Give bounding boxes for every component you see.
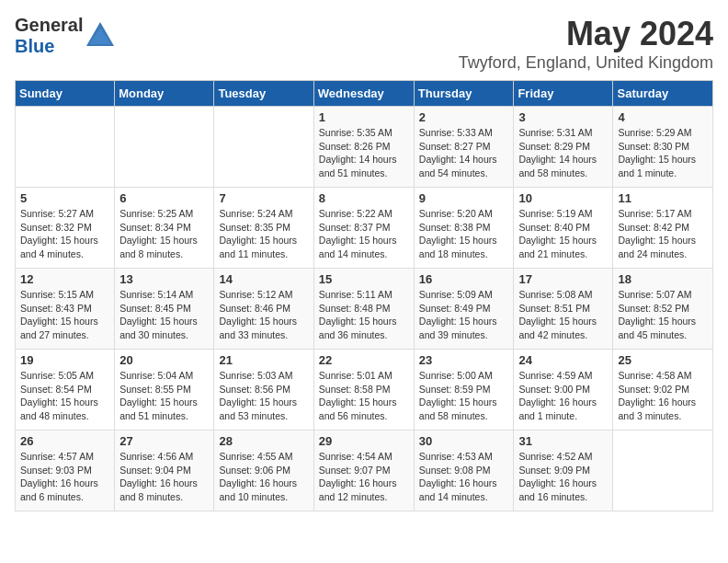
day-number: 25 [618,353,708,367]
calendar-cell: 29Sunrise: 4:54 AM Sunset: 9:07 PM Dayli… [313,431,414,511]
day-number: 14 [219,272,308,286]
day-info: Sunrise: 4:59 AM Sunset: 9:00 PM Dayligh… [518,369,608,423]
calendar-week-1: 1Sunrise: 5:35 AM Sunset: 8:26 PM Daylig… [16,107,713,188]
day-number: 26 [20,434,109,448]
page-header: General Blue May 2024 Twyford, England, … [15,15,713,73]
day-info: Sunrise: 5:04 AM Sunset: 8:55 PM Dayligh… [119,369,209,423]
calendar-cell: 9Sunrise: 5:20 AM Sunset: 8:38 PM Daylig… [414,188,514,269]
day-number: 30 [419,434,509,448]
calendar-cell: 21Sunrise: 5:03 AM Sunset: 8:56 PM Dayli… [214,350,313,431]
logo-icon [85,20,116,52]
day-number: 10 [518,191,608,205]
calendar-cell: 20Sunrise: 5:04 AM Sunset: 8:55 PM Dayli… [115,350,214,431]
calendar-cell: 13Sunrise: 5:14 AM Sunset: 8:45 PM Dayli… [115,269,214,350]
logo: General Blue [15,15,116,57]
day-info: Sunrise: 4:55 AM Sunset: 9:06 PM Dayligh… [219,450,308,504]
calendar-cell: 23Sunrise: 5:00 AM Sunset: 8:59 PM Dayli… [414,350,514,431]
calendar-cell: 22Sunrise: 5:01 AM Sunset: 8:58 PM Dayli… [313,350,414,431]
day-number: 1 [319,110,409,124]
day-number: 2 [419,110,509,124]
weekday-header-sunday: Sunday [16,81,115,107]
calendar-week-4: 19Sunrise: 5:05 AM Sunset: 8:54 PM Dayli… [16,350,713,431]
calendar-week-2: 5Sunrise: 5:27 AM Sunset: 8:32 PM Daylig… [16,188,713,269]
calendar-table: SundayMondayTuesdayWednesdayThursdayFrid… [15,80,713,511]
day-number: 15 [319,272,409,286]
day-number: 18 [618,272,708,286]
day-info: Sunrise: 4:52 AM Sunset: 9:09 PM Dayligh… [518,450,608,504]
calendar-cell: 11Sunrise: 5:17 AM Sunset: 8:42 PM Dayli… [613,188,713,269]
day-number: 20 [119,353,209,367]
day-info: Sunrise: 5:08 AM Sunset: 8:51 PM Dayligh… [518,288,608,342]
day-number: 31 [518,434,608,448]
day-number: 24 [518,353,608,367]
day-number: 7 [219,191,308,205]
calendar-week-3: 12Sunrise: 5:15 AM Sunset: 8:43 PM Dayli… [16,269,713,350]
calendar-cell: 27Sunrise: 4:56 AM Sunset: 9:04 PM Dayli… [115,431,214,511]
weekday-header-tuesday: Tuesday [214,81,313,107]
calendar-cell: 4Sunrise: 5:29 AM Sunset: 8:30 PM Daylig… [613,107,713,188]
day-number: 28 [219,434,308,448]
day-info: Sunrise: 5:20 AM Sunset: 8:38 PM Dayligh… [419,207,509,261]
day-number: 5 [20,191,109,205]
day-number: 16 [419,272,509,286]
day-info: Sunrise: 5:17 AM Sunset: 8:42 PM Dayligh… [618,207,708,261]
day-info: Sunrise: 5:00 AM Sunset: 8:59 PM Dayligh… [419,369,509,423]
calendar-cell: 3Sunrise: 5:31 AM Sunset: 8:29 PM Daylig… [514,107,613,188]
calendar-cell: 19Sunrise: 5:05 AM Sunset: 8:54 PM Dayli… [16,350,115,431]
day-info: Sunrise: 5:07 AM Sunset: 8:52 PM Dayligh… [618,288,708,342]
day-info: Sunrise: 5:14 AM Sunset: 8:45 PM Dayligh… [119,288,209,342]
calendar-cell [214,107,313,188]
calendar-cell: 6Sunrise: 5:25 AM Sunset: 8:34 PM Daylig… [115,188,214,269]
calendar-cell: 1Sunrise: 5:35 AM Sunset: 8:26 PM Daylig… [313,107,414,188]
day-number: 27 [119,434,209,448]
day-info: Sunrise: 4:57 AM Sunset: 9:03 PM Dayligh… [20,450,109,504]
calendar-cell [613,431,713,511]
logo-general: General [15,15,83,35]
weekday-header-wednesday: Wednesday [313,81,414,107]
day-number: 12 [20,272,109,286]
day-number: 11 [618,191,708,205]
calendar-cell: 26Sunrise: 4:57 AM Sunset: 9:03 PM Dayli… [16,431,115,511]
calendar-cell: 10Sunrise: 5:19 AM Sunset: 8:40 PM Dayli… [514,188,613,269]
calendar-cell: 15Sunrise: 5:11 AM Sunset: 8:48 PM Dayli… [313,269,414,350]
day-number: 8 [319,191,409,205]
day-info: Sunrise: 5:01 AM Sunset: 8:58 PM Dayligh… [319,369,409,423]
day-number: 13 [119,272,209,286]
calendar-cell: 5Sunrise: 5:27 AM Sunset: 8:32 PM Daylig… [16,188,115,269]
calendar-week-5: 26Sunrise: 4:57 AM Sunset: 9:03 PM Dayli… [16,431,713,511]
calendar-cell: 14Sunrise: 5:12 AM Sunset: 8:46 PM Dayli… [214,269,313,350]
day-info: Sunrise: 5:11 AM Sunset: 8:48 PM Dayligh… [319,288,409,342]
day-info: Sunrise: 5:03 AM Sunset: 8:56 PM Dayligh… [219,369,308,423]
calendar-cell: 31Sunrise: 4:52 AM Sunset: 9:09 PM Dayli… [514,431,613,511]
day-info: Sunrise: 5:33 AM Sunset: 8:27 PM Dayligh… [419,126,509,180]
day-number: 17 [518,272,608,286]
day-info: Sunrise: 4:53 AM Sunset: 9:08 PM Dayligh… [419,450,509,504]
day-info: Sunrise: 5:24 AM Sunset: 8:35 PM Dayligh… [219,207,308,261]
day-info: Sunrise: 4:54 AM Sunset: 9:07 PM Dayligh… [319,450,409,504]
calendar-cell [16,107,115,188]
weekday-header-row: SundayMondayTuesdayWednesdayThursdayFrid… [16,81,713,107]
day-info: Sunrise: 5:29 AM Sunset: 8:30 PM Dayligh… [618,126,708,180]
day-number: 23 [419,353,509,367]
calendar-cell: 17Sunrise: 5:08 AM Sunset: 8:51 PM Dayli… [514,269,613,350]
day-info: Sunrise: 5:22 AM Sunset: 8:37 PM Dayligh… [319,207,409,261]
day-info: Sunrise: 5:12 AM Sunset: 8:46 PM Dayligh… [219,288,308,342]
calendar-cell: 28Sunrise: 4:55 AM Sunset: 9:06 PM Dayli… [214,431,313,511]
weekday-header-friday: Friday [514,81,613,107]
calendar-cell: 8Sunrise: 5:22 AM Sunset: 8:37 PM Daylig… [313,188,414,269]
calendar-cell: 7Sunrise: 5:24 AM Sunset: 8:35 PM Daylig… [214,188,313,269]
weekday-header-monday: Monday [115,81,214,107]
calendar-cell: 18Sunrise: 5:07 AM Sunset: 8:52 PM Dayli… [613,269,713,350]
calendar-cell: 30Sunrise: 4:53 AM Sunset: 9:08 PM Dayli… [414,431,514,511]
day-number: 29 [319,434,409,448]
day-info: Sunrise: 5:27 AM Sunset: 8:32 PM Dayligh… [20,207,109,261]
day-info: Sunrise: 4:58 AM Sunset: 9:02 PM Dayligh… [618,369,708,423]
day-number: 19 [20,353,109,367]
calendar-cell [115,107,214,188]
day-info: Sunrise: 5:09 AM Sunset: 8:49 PM Dayligh… [419,288,509,342]
month-title: May 2024 [459,15,713,53]
weekday-header-saturday: Saturday [613,81,713,107]
location-title: Twyford, England, United Kingdom [459,53,713,73]
day-number: 3 [518,110,608,124]
day-info: Sunrise: 5:15 AM Sunset: 8:43 PM Dayligh… [20,288,109,342]
